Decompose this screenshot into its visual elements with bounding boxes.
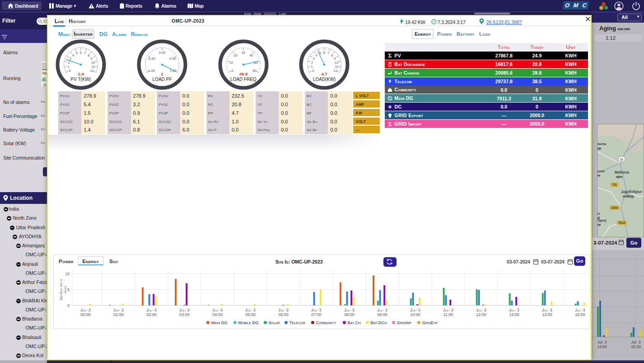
svg-text:Jul- 3: Jul- 3	[377, 308, 387, 312]
svg-text:Jul- 3: Jul- 3	[509, 308, 519, 312]
svg-text:Solar: Solar	[268, 320, 280, 325]
svg-text:1: 1	[311, 64, 313, 68]
svg-text:10: 10	[65, 272, 70, 276]
svg-text:Jul- 3: Jul- 3	[113, 308, 124, 312]
svg-text:14:00: 14:00	[542, 312, 552, 317]
svg-text:731: 731	[612, 183, 617, 186]
svg-text:महोना: महोना	[616, 175, 623, 179]
svg-text:Jul- 3: Jul- 3	[278, 308, 289, 312]
svg-text:Jul- 3: Jul- 3	[212, 308, 223, 312]
svg-text:Community: Community	[316, 320, 336, 325]
svg-text:11: 11	[335, 64, 338, 68]
svg-text:महौना: महौना	[597, 174, 601, 177]
svg-text:GridExp: GridExp	[422, 320, 438, 325]
svg-text:15:00: 15:00	[575, 312, 585, 317]
svg-text:04:00: 04:00	[212, 312, 223, 317]
svg-text:20: 20	[233, 53, 237, 57]
svg-text:8: 8	[88, 53, 89, 57]
svg-text:Jul- 3: Jul- 3	[311, 308, 322, 312]
svg-text:Jagdishpur-: Jagdishpur-	[621, 189, 643, 194]
svg-text:Jul- 3: Jul- 3	[575, 308, 585, 312]
svg-text:Jul- 3: Jul- 3	[344, 308, 355, 312]
svg-text:9: 9	[334, 56, 336, 60]
svg-text:01:00: 01:00	[113, 312, 124, 317]
svg-text:6: 6	[80, 51, 82, 55]
svg-text:30: 30	[241, 50, 245, 54]
svg-text:2: 2	[68, 61, 70, 65]
svg-text:4.7: 4.7	[321, 71, 327, 76]
svg-text:10: 10	[335, 60, 338, 64]
svg-text:03:00: 03:00	[179, 312, 190, 317]
svg-text:सुबह: सुबह	[597, 147, 601, 151]
svg-text:0: 0	[69, 69, 70, 73]
svg-text:7: 7	[327, 51, 329, 55]
svg-text:10: 10	[229, 60, 233, 64]
svg-text:1: 1	[161, 71, 163, 76]
svg-text:Mahona: Mahona	[615, 170, 629, 174]
svg-text:0: 0	[312, 68, 314, 72]
svg-text:Jul- 3: Jul- 3	[179, 308, 190, 312]
svg-text:49.9: 49.9	[239, 71, 247, 76]
svg-text:10: 10	[91, 61, 95, 65]
svg-text:PV T(KW): PV T(KW)	[71, 77, 91, 82]
svg-text:9: 9	[90, 57, 92, 61]
svg-text:60: 60	[252, 68, 256, 72]
svg-text:1: 1	[68, 65, 70, 69]
svg-text:ubeha: ubeha	[597, 142, 607, 146]
svg-text:Mobile DG: Mobile DG	[238, 320, 258, 325]
svg-text:6: 6	[323, 50, 325, 54]
svg-text:oi: oi	[597, 212, 600, 216]
svg-text:4: 4	[316, 53, 317, 57]
svg-text:5: 5	[76, 51, 78, 55]
svg-text:गंज: गंज	[597, 223, 601, 226]
svg-text:Bat.Ch: Bat.Ch	[347, 320, 360, 325]
svg-text:Jul- 3: Jul- 3	[80, 308, 91, 312]
svg-text:Jul- 3: Jul- 3	[146, 308, 157, 312]
svg-text:-0.50: -0.50	[148, 56, 155, 60]
svg-text:Σ: Σ	[388, 53, 392, 58]
svg-text:LOAD FREQ: LOAD FREQ	[230, 76, 257, 81]
svg-text:02:00: 02:00	[146, 312, 157, 317]
svg-text:06:00: 06:00	[278, 312, 289, 317]
svg-text:DG Run .Hr in: DG Run .Hr in	[59, 279, 63, 300]
svg-text:12:00: 12:00	[476, 312, 486, 317]
svg-text:8: 8	[331, 53, 333, 57]
svg-text:GridImp: GridImp	[397, 320, 411, 325]
svg-text:nganj: nganj	[597, 218, 606, 222]
svg-text:hauna: hauna	[597, 169, 605, 173]
svg-text:Telecom: Telecom	[289, 320, 305, 325]
svg-text:931A: 931A	[618, 221, 625, 224]
svg-text:0.00: 0.00	[159, 50, 166, 54]
svg-text:जगदीशपुर: जगदीशपुर	[622, 195, 635, 198]
svg-text:2.4: 2.4	[78, 71, 84, 76]
svg-text:330A: 330A	[611, 206, 618, 209]
svg-text:3: 3	[313, 56, 315, 60]
svg-text:hours: hours	[63, 285, 67, 294]
svg-text:3: 3	[70, 57, 71, 61]
svg-text:09:00: 09:00	[377, 312, 387, 317]
svg-text:2: 2	[311, 60, 313, 64]
svg-text:0: 0	[231, 68, 233, 72]
svg-text:Σ: Σ	[388, 122, 392, 127]
svg-text:31: 31	[620, 158, 624, 161]
svg-text:07:00: 07:00	[311, 312, 322, 317]
svg-text:13:00: 13:00	[509, 312, 519, 317]
svg-text:08:00: 08:00	[344, 312, 355, 317]
svg-text:40: 40	[249, 53, 253, 57]
svg-text:5: 5	[67, 288, 70, 292]
svg-text:11:00: 11:00	[443, 312, 453, 317]
svg-text:LOAD(KW): LOAD(KW)	[313, 76, 336, 81]
svg-text:11: 11	[91, 65, 95, 69]
svg-text:Jul- 3: Jul- 3	[245, 308, 256, 312]
svg-text:0: 0	[67, 303, 70, 308]
svg-text:12: 12	[90, 69, 93, 73]
svg-text:Jul- 3: Jul- 3	[410, 308, 420, 312]
svg-text:-1.00: -1.00	[147, 68, 155, 72]
svg-text:Main DG: Main DG	[211, 320, 227, 325]
svg-text:Jul- 3: Jul- 3	[476, 308, 486, 312]
svg-text:Bat.DCh: Bat.DCh	[370, 320, 387, 325]
svg-text:4: 4	[72, 53, 74, 57]
svg-text:05:00: 05:00	[245, 312, 256, 317]
svg-text:12: 12	[333, 68, 337, 72]
svg-text:00:00: 00:00	[80, 312, 91, 317]
